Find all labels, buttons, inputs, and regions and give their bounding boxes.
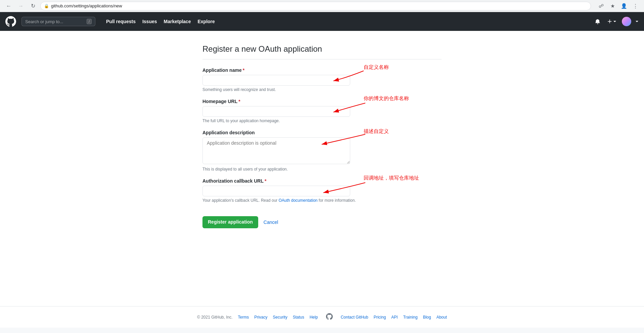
reload-button[interactable]: ↻ xyxy=(28,1,38,11)
footer-blog-link[interactable]: Blog xyxy=(423,315,431,320)
page-wrapper: Search or jump to... / Pull requests Iss… xyxy=(0,12,644,333)
annotation-name: 自定义名称 xyxy=(364,64,389,70)
notifications-button[interactable] xyxy=(594,17,602,26)
page-title: Register a new OAuth application xyxy=(202,44,442,59)
footer-help-link[interactable]: Help xyxy=(310,315,318,320)
form-actions: Register application Cancel xyxy=(202,211,442,228)
address-bar[interactable]: 🔒 github.com/settings/applications/new xyxy=(40,2,591,10)
footer-pricing-link[interactable]: Pricing xyxy=(374,315,386,320)
homepage-url-hint: The full URL to your application homepag… xyxy=(202,118,442,123)
chevron-down-icon xyxy=(613,20,616,23)
homepage-url-group: Homepage URL* The full URL to your appli… xyxy=(202,99,442,123)
search-shortcut: / xyxy=(87,19,92,24)
app-name-input[interactable] xyxy=(202,75,350,86)
avatar-chevron-icon xyxy=(635,20,639,23)
avatar[interactable] xyxy=(622,17,631,26)
footer-api-link[interactable]: API xyxy=(391,315,398,320)
nav-links: Pull requests Issues Marketplace Explore xyxy=(103,17,218,26)
github-navbar: Search or jump to... / Pull requests Iss… xyxy=(0,12,644,31)
nav-right xyxy=(594,17,639,26)
footer-terms-link[interactable]: Terms xyxy=(238,315,249,320)
required-star-callback: * xyxy=(265,178,266,184)
explore-link[interactable]: Explore xyxy=(195,17,217,26)
annotation-desc: 描述自定义 xyxy=(364,128,389,135)
url-text: github.com/settings/applications/new xyxy=(51,3,122,8)
app-name-hint: Something users will recognize and trust… xyxy=(202,87,442,92)
footer-security-link[interactable]: Security xyxy=(273,315,287,320)
callback-url-input[interactable] xyxy=(202,186,350,196)
menu-button[interactable]: ⋮ xyxy=(631,1,640,11)
github-logo xyxy=(5,16,16,27)
app-name-label: Application name* xyxy=(202,67,442,73)
profile-button[interactable]: 👤 xyxy=(619,1,629,11)
callback-url-hint: Your application's callback URL. Read ou… xyxy=(202,198,442,203)
register-button[interactable]: Register application xyxy=(202,216,258,228)
required-star-name: * xyxy=(243,67,244,73)
form-container: Register a new OAuth application Applica… xyxy=(194,44,450,228)
footer-copyright: © 2021 GitHub, Inc. xyxy=(197,315,233,320)
lock-icon: 🔒 xyxy=(44,4,49,8)
app-desc-label: Application description xyxy=(202,130,442,135)
browser-chrome: ← → ↻ 🔒 github.com/settings/applications… xyxy=(0,0,644,12)
app-desc-textarea[interactable] xyxy=(202,137,350,164)
plus-icon xyxy=(607,19,612,24)
annotation-url: 你的博文的仓库名称 xyxy=(364,95,409,102)
footer: © 2021 GitHub, Inc. Terms Privacy Securi… xyxy=(0,306,644,328)
search-placeholder: Search or jump to... xyxy=(25,19,63,24)
back-button[interactable]: ← xyxy=(4,1,13,11)
forward-button[interactable]: → xyxy=(16,1,26,11)
marketplace-link[interactable]: Marketplace xyxy=(161,17,194,26)
footer-contact-link[interactable]: Contact GitHub xyxy=(341,315,368,320)
footer-github-logo xyxy=(326,313,333,321)
app-name-group: Application name* Something users will r… xyxy=(202,67,442,92)
issues-link[interactable]: Issues xyxy=(140,17,160,26)
form-with-annotations: Application name* Something users will r… xyxy=(202,67,442,228)
oauth-docs-link[interactable]: OAuth documentation xyxy=(279,198,318,203)
search-bar[interactable]: Search or jump to... / xyxy=(21,17,95,26)
homepage-url-input[interactable] xyxy=(202,106,350,117)
footer-about-link[interactable]: About xyxy=(436,315,447,320)
app-desc-group: Application description This is displaye… xyxy=(202,130,442,172)
app-desc-hint: This is displayed to all users of your a… xyxy=(202,167,442,172)
footer-status-link[interactable]: Status xyxy=(293,315,304,320)
required-star-url: * xyxy=(238,99,240,104)
callback-url-group: Authorization callback URL* Your applica… xyxy=(202,178,442,203)
annotation-callback: 回调地址，填写仓库地址 xyxy=(364,175,419,181)
bookmark-button[interactable]: ★ xyxy=(608,1,617,11)
browser-actions: ☍ ★ 👤 ⋮ xyxy=(596,1,640,11)
main-content: Register a new OAuth application Applica… xyxy=(0,31,644,306)
footer-privacy-link[interactable]: Privacy xyxy=(254,315,267,320)
bell-icon xyxy=(595,19,600,24)
translate-button[interactable]: ☍ xyxy=(596,1,606,11)
pull-requests-link[interactable]: Pull requests xyxy=(103,17,138,26)
plus-button[interactable] xyxy=(606,17,618,26)
footer-training-link[interactable]: Training xyxy=(403,315,418,320)
cancel-button[interactable]: Cancel xyxy=(264,220,278,225)
